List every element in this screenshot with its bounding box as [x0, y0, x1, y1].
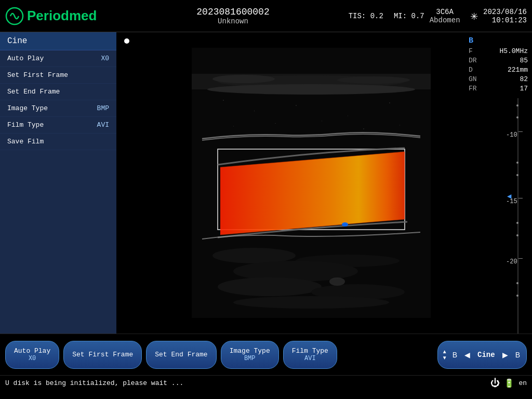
svg-point-6: [337, 76, 410, 84]
gn-value: 82: [520, 75, 528, 83]
menu-film-type[interactable]: Film Type AVI: [0, 117, 116, 134]
depth-dot-6: [516, 234, 518, 236]
bottom-controls: Auto Play X0 Set First Frame Set End Fra…: [0, 334, 532, 375]
b-right-button[interactable]: B: [513, 350, 522, 360]
auto-play-button[interactable]: Auto Play X0: [5, 341, 59, 369]
main-area: Cine Auto Play X0 Set First Frame Set En…: [0, 32, 532, 334]
svg-point-26: [218, 277, 322, 296]
left-menu: Cine Auto Play X0 Set First Frame Set En…: [0, 32, 116, 334]
dr-row: DR 85: [469, 57, 528, 64]
header: Periodmed 2023081600002 Unknown TIS: 0.2…: [0, 0, 532, 32]
set-first-frame-button[interactable]: Set First Frame: [63, 341, 142, 369]
frequency-row: F H5.0MHz: [469, 47, 528, 55]
d-value: 221mm: [508, 66, 528, 74]
depth-minus20: -20: [506, 258, 517, 265]
menu-set-first-frame[interactable]: Set First Frame: [0, 67, 116, 84]
depth-dot-8: [516, 295, 518, 297]
depth-tick-15: [518, 198, 523, 198]
f-value: H5.0MHz: [499, 47, 528, 55]
svg-point-29: [329, 277, 345, 286]
mode-indicator: B: [469, 36, 528, 45]
time-label: 10:01:23: [492, 16, 527, 24]
header-patient-info: Unknown: [218, 17, 248, 25]
menu-set-end-frame[interactable]: Set End Frame: [0, 84, 116, 100]
auto-play-btn-label: Auto Play: [14, 347, 50, 355]
svg-rect-23: [322, 121, 322, 122]
tis-label: TIS: 0.2: [349, 12, 383, 20]
film-type-button[interactable]: Film Type AVI: [283, 341, 337, 369]
f-label: F: [469, 47, 473, 55]
battery-icon: 🔋: [504, 378, 514, 389]
film-type-btn-value: AVI: [304, 355, 316, 362]
logo: Periodmed: [5, 7, 97, 25]
svg-rect-16: [223, 100, 224, 101]
d-label: D: [469, 66, 473, 74]
ultrasound-image: [192, 48, 431, 318]
cine-next-button[interactable]: ▶: [500, 350, 510, 360]
svg-rect-20: [389, 102, 390, 103]
probe-label: 3C6A: [436, 8, 454, 16]
set-first-frame-btn-label: Set First Frame: [72, 351, 133, 358]
fr-value: 17: [520, 85, 528, 92]
menu-title: Cine: [0, 32, 116, 50]
menu-auto-play[interactable]: Auto Play X0: [0, 50, 116, 67]
set-end-frame-label: Set End Frame: [7, 88, 60, 96]
menu-save-film[interactable]: Save Film: [0, 134, 116, 150]
usb-icon: ⏻: [490, 378, 500, 389]
body-part-label: Abdomen: [430, 16, 460, 24]
ultrasound-area: [116, 32, 506, 334]
svg-rect-24: [363, 128, 364, 129]
svg-rect-25: [400, 125, 400, 126]
depth-dot-4: [516, 174, 518, 176]
dr-value: 85: [520, 57, 528, 64]
svg-rect-18: [296, 105, 297, 106]
svg-point-12: [342, 222, 348, 227]
svg-point-28: [233, 296, 389, 309]
image-type-value: BMP: [97, 104, 109, 112]
mi-label: MI: 0.7: [394, 12, 424, 20]
set-end-frame-button[interactable]: Set End Frame: [146, 341, 216, 369]
set-first-frame-label: Set First Frame: [7, 71, 68, 79]
save-film-label: Save Film: [7, 138, 44, 145]
logo-text: Periodmed: [27, 8, 97, 24]
film-type-label: Film Type: [7, 121, 44, 129]
header-center: 2023081600002 Unknown: [117, 7, 348, 25]
logo-icon: [5, 7, 24, 25]
snowflake-icon: ✳: [471, 8, 478, 23]
language-indicator: en: [518, 379, 527, 387]
cine-prev-button[interactable]: ◀: [462, 350, 472, 360]
menu-image-type[interactable]: Image Type BMP: [0, 100, 116, 117]
status-right: ⏻ 🔋 en: [490, 378, 527, 389]
white-dot-indicator: [124, 38, 129, 44]
header-patient-id: 2023081600002: [196, 7, 269, 17]
auto-play-value: X0: [101, 55, 109, 62]
info-panel: B F H5.0MHz DR 85 D 221mm GN 82 FR 17: [464, 32, 532, 98]
fr-label: FR: [469, 85, 477, 92]
svg-point-7: [207, 84, 415, 95]
cine-navigation: ▲ ▼ B ◀ Cine ▶ B: [437, 341, 527, 369]
auto-play-btn-value: X0: [29, 355, 36, 362]
ultrasound-svg: [192, 48, 431, 318]
depth-row: D 221mm: [469, 66, 528, 74]
svg-rect-21: [233, 126, 234, 127]
cine-down-button[interactable]: ▼: [442, 355, 447, 361]
gain-row: GN 82: [469, 75, 528, 83]
b-left-button[interactable]: B: [450, 350, 459, 360]
fr-row: FR 17: [469, 85, 528, 92]
status-bar: U disk is being initialized, please wait…: [0, 375, 532, 391]
image-type-btn-value: BMP: [244, 355, 256, 362]
status-message: U disk is being initialized, please wait…: [5, 379, 183, 387]
date-label: 2023/08/16: [483, 8, 527, 16]
svg-rect-22: [275, 123, 276, 124]
image-type-button[interactable]: Image Type BMP: [221, 341, 279, 369]
gn-label: GN: [469, 75, 477, 83]
set-end-frame-btn-label: Set End Frame: [155, 351, 207, 358]
cine-mode-label: Cine: [475, 351, 497, 359]
depth-tick-10: [518, 131, 523, 132]
cine-up-down: ▲ ▼: [442, 349, 447, 361]
depth-tick-20: [518, 258, 523, 259]
image-type-label: Image Type: [7, 104, 48, 112]
svg-rect-17: [254, 110, 255, 112]
cine-up-button[interactable]: ▲: [442, 349, 447, 354]
auto-play-label: Auto Play: [7, 55, 44, 62]
